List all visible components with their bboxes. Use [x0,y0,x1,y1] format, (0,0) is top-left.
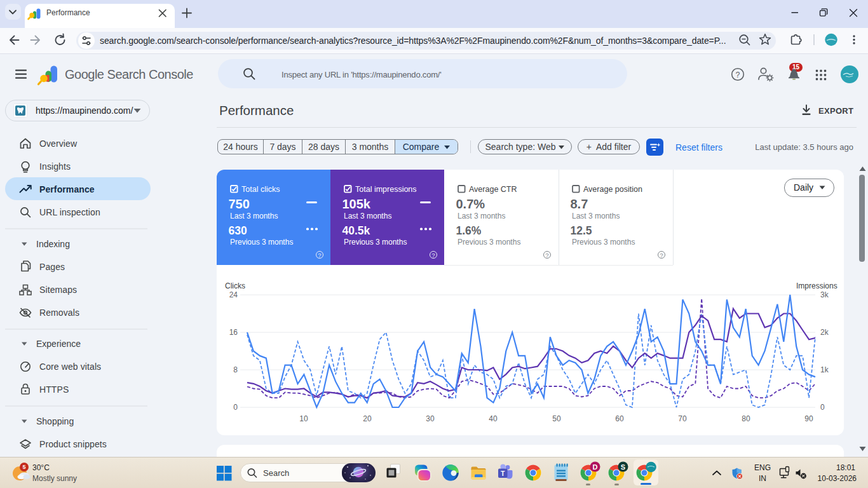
svg-text:URL inspection: URL inspection [39,207,100,217]
svg-text:0: 0 [233,403,238,412]
svg-text:D: D [593,463,598,471]
svg-text:S: S [621,463,625,471]
svg-text:8: 8 [233,365,238,374]
svg-text:Performance: Performance [39,184,95,194]
svg-text:3k: 3k [820,290,829,299]
svg-text:90: 90 [804,414,813,423]
svg-text:50: 50 [552,414,561,423]
svg-text:20: 20 [363,414,372,423]
svg-text:Insights: Insights [39,161,71,172]
svg-text:Indexing: Indexing [36,239,70,249]
svg-text:1k: 1k [820,365,829,374]
svg-text:T: T [501,470,505,477]
svg-text:10: 10 [299,414,308,423]
svg-text:70: 70 [678,414,687,423]
svg-text:HTTPS: HTTPS [39,384,69,395]
svg-text:60: 60 [615,414,624,423]
svg-text:Removals: Removals [39,308,79,318]
svg-text:Core web vitals: Core web vitals [39,362,101,372]
svg-text:30: 30 [426,414,435,423]
svg-text:Pages: Pages [39,262,65,272]
svg-text:Shopping: Shopping [36,416,74,426]
svg-text:16: 16 [229,328,238,337]
svg-text:Overview: Overview [39,139,78,149]
svg-text:80: 80 [742,414,750,423]
svg-text:Product snippets: Product snippets [39,439,107,449]
svg-text:Experience: Experience [36,339,81,349]
svg-text:24: 24 [229,290,238,299]
svg-text:Sitemaps: Sitemaps [39,285,77,295]
svg-text:40: 40 [489,414,498,423]
svg-text:0: 0 [820,403,825,412]
svg-text:2k: 2k [820,328,829,337]
svg-text:?: ? [736,71,740,79]
